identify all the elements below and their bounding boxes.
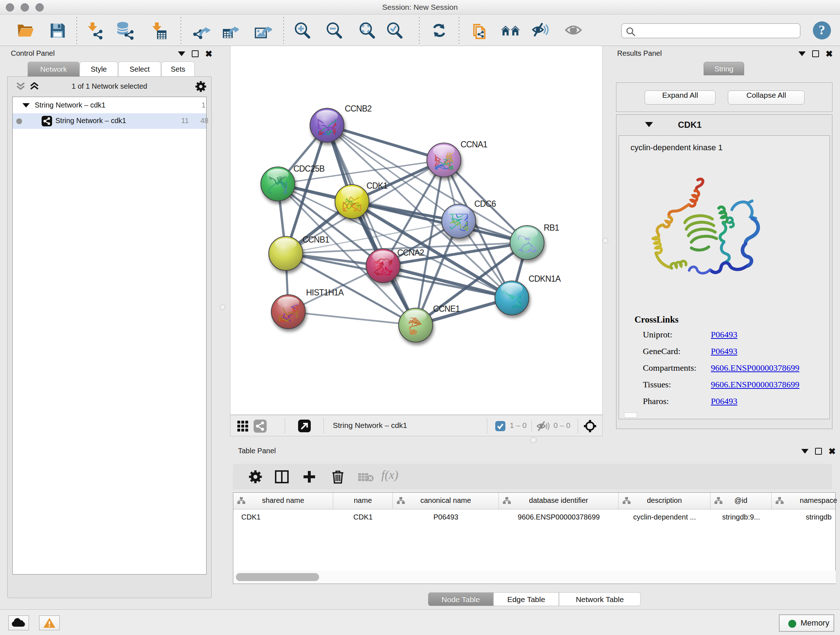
open-in-new-window-icon[interactable]	[298, 419, 311, 432]
zoom-fit-content-icon[interactable]	[358, 21, 377, 40]
column-header-shared-name[interactable]: shared name	[233, 493, 333, 509]
table-cell[interactable]: P06493	[393, 513, 499, 521]
node-CDKN1A[interactable]: CDKN1A	[495, 274, 561, 315]
column-header-database-identifier[interactable]: database identifier	[499, 493, 619, 509]
node-CDK1[interactable]: CDK1	[335, 181, 387, 219]
left-splitter-handle[interactable]	[220, 304, 225, 310]
tab-select[interactable]: Select	[118, 62, 161, 76]
tab-style[interactable]: Style	[80, 62, 118, 76]
column-header-namespace[interactable]: namespace	[772, 493, 840, 509]
table-cell[interactable]: stringdb	[772, 513, 840, 521]
table-horizontal-scrollbar[interactable]	[234, 570, 836, 584]
function-builder-icon[interactable]: f(x)	[381, 468, 398, 482]
entry-collapse-icon[interactable]	[645, 122, 653, 127]
delete-table-icon[interactable]	[358, 472, 374, 482]
tab-sets[interactable]: Sets	[161, 62, 195, 76]
column-header-canonical-name[interactable]: canonical name	[393, 493, 499, 509]
node-CCNA1[interactable]: CCNA1	[427, 140, 487, 177]
crosslink-value-link[interactable]: 9606.ENSP00000378699	[711, 363, 799, 373]
node-CCNA2[interactable]: CCNA2	[366, 248, 424, 283]
crosslink-value-link[interactable]: 9606.ENSP00000378699	[711, 380, 799, 390]
network-row-selected[interactable]: String Network – cdk1 11 48	[13, 113, 206, 129]
table-panel-menu-icon[interactable]	[801, 449, 808, 454]
node-HIST1H1A[interactable]: HIST1H1A	[271, 288, 344, 329]
control-panel-close-icon[interactable]: ✖	[205, 50, 212, 57]
inner-scrollbar-thumb[interactable]	[624, 412, 637, 418]
hide-selected-icon[interactable]	[531, 21, 550, 40]
network-view-canvas[interactable]: CCNB2 CCNA1 CDC25B CDK1 CDC6	[230, 46, 603, 415]
memory-button[interactable]: Memory	[779, 614, 834, 632]
statusbar-separator	[487, 418, 487, 433]
crosslink-value-link[interactable]: P06493	[711, 396, 737, 406]
delete-column-icon[interactable]	[332, 470, 344, 484]
table-cell[interactable]: cyclin-dependent ...	[619, 513, 711, 521]
toolbar-separator	[459, 17, 459, 44]
network-graph[interactable]: CCNB2 CCNA1 CDC25B CDK1 CDC6	[231, 46, 602, 414]
table-cell[interactable]: stringdb:9...	[711, 513, 772, 521]
add-column-icon[interactable]	[302, 470, 316, 484]
crosslink-value-link[interactable]: P06493	[711, 330, 737, 340]
collapse-all-button[interactable]: Collapse All	[728, 90, 805, 105]
hidden-eye-icon[interactable]	[537, 421, 549, 431]
zoom-in-icon[interactable]	[293, 21, 312, 40]
expand-all-button[interactable]: Expand All	[645, 90, 715, 105]
refresh-view-icon[interactable]	[430, 21, 448, 40]
tab-string[interactable]: String	[704, 62, 744, 75]
zoom-selected-icon[interactable]	[385, 21, 404, 40]
results-panel-close-icon[interactable]: ✖	[826, 50, 833, 57]
table-options-gear-icon[interactable]	[249, 470, 262, 483]
birdseye-view-icon[interactable]	[583, 419, 597, 433]
bottom-splitter-handle[interactable]	[531, 437, 537, 443]
scrollbar-thumb[interactable]	[236, 573, 319, 581]
warning-button[interactable]	[39, 616, 60, 630]
control-panel-float-icon[interactable]	[192, 50, 199, 57]
toggle-panes-icon[interactable]	[275, 470, 289, 484]
selected-checkbox-icon[interactable]	[495, 421, 506, 432]
show-all-icon[interactable]	[564, 21, 583, 40]
open-file-icon[interactable]	[16, 21, 35, 40]
copy-network-icon[interactable]	[470, 21, 489, 40]
search-input[interactable]	[621, 23, 801, 38]
table-panel-float-icon[interactable]	[815, 448, 822, 455]
collection-expand-icon[interactable]	[22, 103, 30, 108]
results-entry-header[interactable]: CDK1	[616, 115, 832, 135]
results-panel-menu-icon[interactable]	[798, 51, 806, 56]
control-panel-menu-icon[interactable]	[178, 51, 185, 56]
birdseye-grid-icon[interactable]	[237, 420, 248, 432]
edge-CCNB2-RB1[interactable]	[327, 125, 527, 242]
crosslink-value-link[interactable]: P06493	[711, 347, 737, 356]
network-collection-row[interactable]: String Network – cdk1 1	[13, 98, 206, 113]
cloud-button[interactable]	[8, 616, 29, 630]
table-cell[interactable]: 9606.ENSP00000378699	[499, 513, 619, 521]
network-node-count: 11	[181, 117, 189, 125]
node-RB1[interactable]: RB1	[510, 223, 559, 260]
svg-text:?: ?	[819, 23, 825, 37]
column-header-description[interactable]: description	[619, 493, 711, 509]
right-splitter-handle[interactable]	[603, 238, 608, 243]
node-CCNE1[interactable]: CCNE1	[399, 304, 460, 342]
first-neighbors-icon[interactable]	[501, 21, 520, 40]
share-view-icon[interactable]	[254, 420, 267, 432]
tab-network-table[interactable]: Network Table	[559, 592, 641, 606]
network-options-gear-icon[interactable]	[195, 81, 206, 92]
import-network-from-database-icon[interactable]	[115, 21, 134, 40]
export-table-icon[interactable]	[220, 21, 239, 40]
table-panel-close-icon[interactable]: ✖	[829, 448, 836, 455]
export-network-icon[interactable]	[192, 21, 210, 40]
crosslink-row: GeneCard:P06493	[643, 347, 681, 356]
results-panel-float-icon[interactable]	[812, 50, 819, 57]
tab-network[interactable]: Network	[27, 62, 80, 76]
zoom-out-icon[interactable]	[325, 21, 344, 40]
table-cell[interactable]: CDK1	[241, 513, 261, 521]
column-header-@id[interactable]: @id	[711, 493, 772, 509]
column-header-name[interactable]: name	[333, 493, 393, 509]
results-entry-box: CDK1 cyclin-dependent kinase 1 CrossLink…	[616, 114, 832, 429]
export-image-icon[interactable]	[253, 21, 272, 40]
table-cell[interactable]: CDK1	[333, 513, 393, 521]
tab-node-table[interactable]: Node Table	[428, 592, 493, 606]
help-icon[interactable]: ?	[813, 21, 831, 40]
save-session-icon[interactable]	[48, 21, 67, 40]
import-table-from-file-icon[interactable]	[149, 21, 168, 40]
import-network-from-file-icon[interactable]	[85, 21, 103, 40]
tab-edge-table[interactable]: Edge Table	[493, 592, 559, 606]
